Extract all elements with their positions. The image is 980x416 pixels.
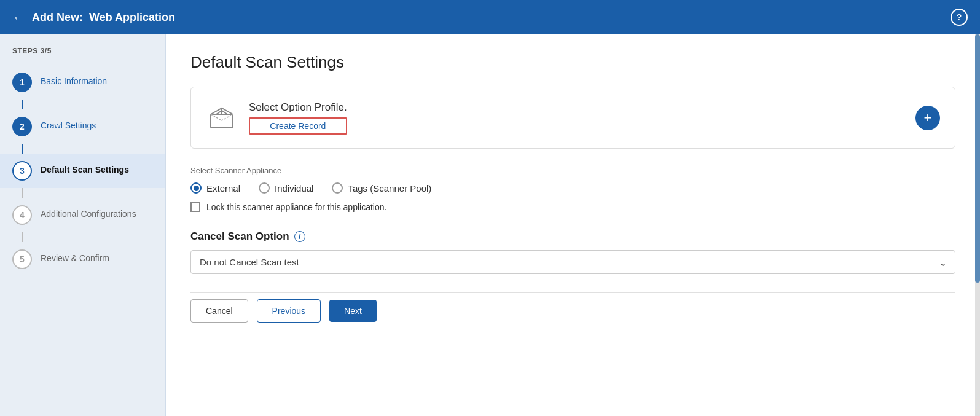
radio-tags[interactable]: Tags (Scanner Pool) (332, 182, 431, 194)
add-option-profile-button[interactable]: + (915, 106, 940, 130)
help-icon[interactable]: ? (951, 9, 968, 26)
radio-individual-label: Individual (275, 183, 313, 194)
header-left: ← Add New: Web Application (12, 10, 175, 25)
step-4-label: Additional Configurations (41, 205, 136, 219)
scanner-radio-group: External Individual Tags (Scanner Pool) (190, 182, 955, 194)
radio-tags-label: Tags (Scanner Pool) (348, 183, 431, 194)
cancel-scan-dropdown-wrapper: Do not Cancel Scan test ⌄ (190, 250, 955, 274)
step-connector-3-4 (22, 188, 23, 198)
header-title-prefix: Add New: (32, 11, 83, 23)
sidebar-item-step-4[interactable]: 4 Additional Configurations (0, 198, 165, 232)
cancel-scan-dropdown[interactable]: Do not Cancel Scan test (190, 250, 955, 274)
scroll-thumb (975, 34, 980, 283)
step-2-number: 2 (12, 117, 32, 136)
box-icon (206, 100, 238, 136)
scanner-appliance-label: Select Scanner Appliance (190, 166, 955, 175)
cancel-scan-title-text: Cancel Scan Option (190, 230, 289, 243)
header-title-bold: Web Application (89, 11, 175, 23)
step-connector-2-3 (22, 144, 23, 154)
option-profile-text: Select Option Profile. Create Record (249, 101, 347, 135)
action-bar: Cancel Previous Next (190, 292, 955, 323)
lock-checkbox[interactable] (190, 202, 200, 212)
step-5-label: Review & Confirm (41, 249, 109, 264)
sidebar-item-step-2[interactable]: 2 Crawl Settings (0, 109, 165, 144)
step-5-number: 5 (12, 249, 32, 269)
lock-checkbox-label: Lock this scanner appliance for this app… (206, 202, 386, 212)
next-button[interactable]: Next (329, 300, 377, 322)
radio-individual-circle (259, 182, 270, 194)
sidebar-item-step-1[interactable]: 1 Basic Information (0, 65, 165, 100)
sidebar: STEPS 3/5 1 Basic Information 2 Crawl Se… (0, 34, 166, 416)
cancel-scan-info-icon[interactable]: i (294, 231, 305, 242)
radio-external-label: External (206, 183, 240, 194)
select-option-label: Select Option Profile. (249, 101, 347, 114)
cancel-scan-dropdown-value: Do not Cancel Scan test (200, 257, 299, 267)
radio-external-circle (190, 182, 202, 194)
steps-label: STEPS 3/5 (0, 47, 165, 65)
cancel-scan-section: Cancel Scan Option i Do not Cancel Scan … (190, 230, 955, 274)
cancel-button[interactable]: Cancel (190, 299, 248, 323)
step-4-number: 4 (12, 205, 32, 225)
back-button[interactable]: ← (12, 10, 25, 25)
content-area: Default Scan Settings Select Option Prof… (166, 34, 980, 416)
step-3-number: 3 (12, 161, 32, 181)
sidebar-item-step-3[interactable]: 3 Default Scan Settings (0, 154, 165, 188)
sidebar-item-step-5[interactable]: 5 Review & Confirm (0, 242, 165, 277)
header: ← Add New: Web Application ? (0, 0, 980, 34)
step-connector-1-2 (22, 100, 23, 109)
step-1-label: Basic Information (41, 73, 107, 87)
step-3-label: Default Scan Settings (41, 161, 129, 175)
option-profile-left: Select Option Profile. Create Record (206, 100, 347, 136)
radio-external[interactable]: External (190, 182, 240, 194)
scrollbar (975, 34, 980, 416)
lock-checkbox-row: Lock this scanner appliance for this app… (190, 202, 955, 212)
header-title: Add New: Web Application (32, 11, 175, 24)
radio-individual[interactable]: Individual (259, 182, 313, 194)
step-1-number: 1 (12, 73, 32, 92)
radio-tags-circle (332, 182, 343, 194)
option-profile-box: Select Option Profile. Create Record + (190, 87, 955, 149)
main-layout: STEPS 3/5 1 Basic Information 2 Crawl Se… (0, 34, 980, 416)
previous-button[interactable]: Previous (257, 299, 321, 323)
step-connector-4-5 (22, 232, 23, 242)
cancel-scan-title: Cancel Scan Option i (190, 230, 955, 243)
scanner-appliance-section: Select Scanner Appliance External Indivi… (190, 166, 955, 212)
step-2-label: Crawl Settings (41, 117, 96, 131)
create-record-button[interactable]: Create Record (249, 117, 347, 135)
page-title: Default Scan Settings (190, 53, 955, 72)
